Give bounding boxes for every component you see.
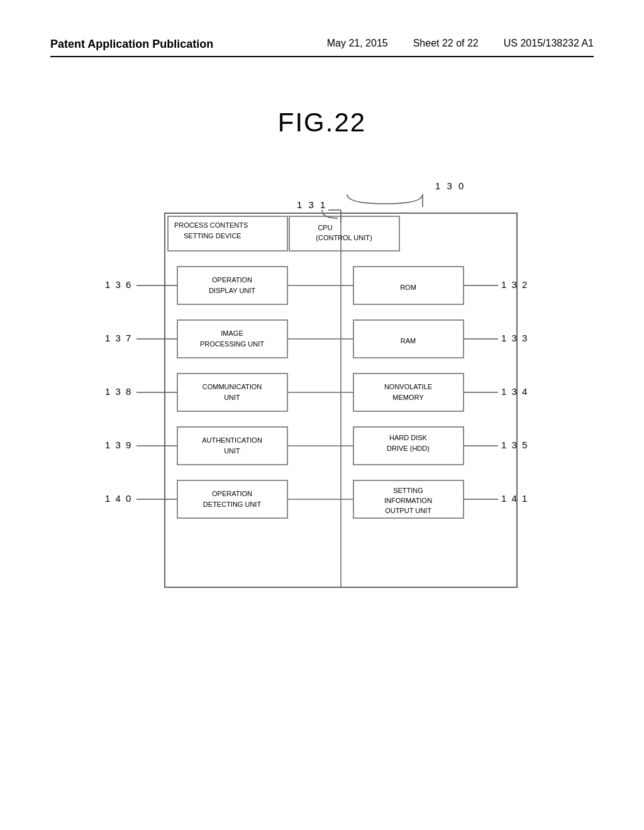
text-hdd-1: HARD DISK [389, 434, 428, 441]
ref-133: 1 3 3 [501, 333, 528, 343]
header-meta: May 21, 2015 Sheet 22 of 22 US 2015/1382… [327, 38, 594, 49]
ref-141: 1 4 1 [501, 493, 528, 504]
ref-130-label: 1 3 0 [435, 180, 465, 191]
text-nonvol-2: MEMORY [392, 394, 424, 401]
text-img-proc-1: IMAGE [221, 329, 243, 337]
ref-131-label: 1 3 1 [297, 199, 327, 210]
text-nonvol-1: NONVOLATILE [384, 383, 432, 390]
text-set-info-1: SETTING [393, 487, 423, 494]
box-authentication [177, 427, 287, 465]
text-hdd-2: DRIVE (HDD) [387, 445, 430, 452]
ref-136: 1 3 6 [105, 279, 132, 290]
ref-139: 1 3 9 [105, 440, 132, 450]
text-op-display-1: OPERATION [212, 276, 252, 284]
diagram-svg: 1 3 0 1 3 1 PROCESS CONTENTS SETTING DEV… [102, 175, 542, 628]
diagram: 1 3 0 1 3 1 PROCESS CONTENTS SETTING DEV… [102, 175, 542, 628]
text-cpu-1: CPU [318, 224, 332, 231]
text-cpu-2: (CONTROL UNIT) [316, 234, 372, 241]
text-ram: RAM [401, 337, 416, 345]
ref-138: 1 3 8 [105, 386, 132, 397]
text-set-info-3: OUTPUT UNIT [385, 507, 431, 514]
text-set-info-2: INFORMATION [384, 497, 432, 504]
page: Patent Application Publication May 21, 2… [0, 0, 644, 830]
sheet-info: Sheet 22 of 22 [413, 38, 479, 49]
page-header: Patent Application Publication May 21, 2… [50, 38, 594, 57]
text-auth-2: UNIT [224, 447, 240, 455]
box-communication [177, 374, 287, 411]
ref-140: 1 4 0 [105, 493, 132, 504]
box-operation-display [177, 267, 287, 304]
text-op-detect-1: OPERATION [212, 490, 252, 497]
ref-131-brace [322, 210, 338, 218]
box-nonvolatile [353, 374, 464, 411]
ref-135: 1 3 5 [501, 440, 528, 450]
box-operation-detecting [177, 480, 287, 518]
text-auth-1: AUTHENTICATION [202, 436, 262, 444]
text-img-proc-2: PROCESSING UNIT [200, 340, 264, 348]
pub-date: May 21, 2015 [327, 38, 388, 49]
publication-label: Patent Application Publication [50, 38, 213, 51]
text-op-display-2: DISPLAY UNIT [209, 287, 255, 294]
patent-number: US 2015/138232 A1 [504, 38, 594, 49]
ref-137: 1 3 7 [105, 333, 132, 343]
text-op-detect-2: DETECTING UNIT [203, 501, 262, 508]
text-comm-1: COMMUNICATION [203, 383, 262, 390]
ref-130-brace [347, 194, 423, 204]
text-process-2: SETTING DEVICE [184, 232, 242, 240]
ref-134: 1 3 4 [501, 386, 528, 397]
figure-title: FIG.22 [50, 108, 594, 138]
text-comm-2: UNIT [224, 394, 240, 401]
text-process-1: PROCESS CONTENTS [174, 221, 248, 229]
box-image-processing [177, 320, 287, 358]
text-rom: ROM [400, 284, 416, 291]
ref-132: 1 3 2 [501, 279, 528, 290]
